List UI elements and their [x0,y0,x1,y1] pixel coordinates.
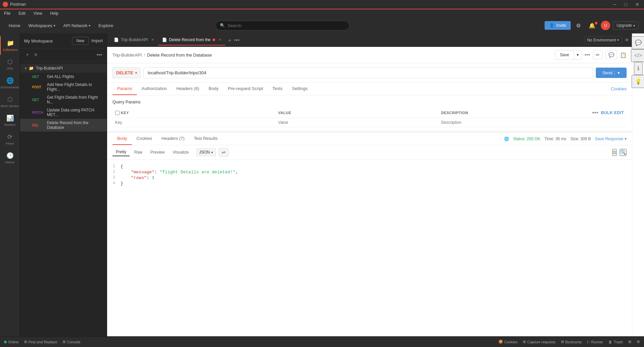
new-button[interactable]: New [72,37,89,45]
api-item-update-patch[interactable]: PATCH Update Data using PATCH MET... [20,106,107,119]
menu-view[interactable]: View [32,10,44,16]
search-code-btn[interactable]: 🔍 [620,149,627,156]
params-key-cell[interactable] [112,118,275,127]
format-type-selector[interactable]: JSON ▾ [196,148,216,156]
status-grid-view[interactable]: ⊞ [628,340,631,344]
add-tab-btn[interactable]: ＋ [227,36,233,44]
format-tab-raw[interactable]: Raw [131,149,146,156]
nav-workspaces[interactable]: Workspaces ▾ [25,21,59,30]
import-button[interactable]: Import [91,38,103,43]
settings-button[interactable]: ⚙ [573,21,583,30]
status-cookies[interactable]: 🍪 Cookies [498,340,518,344]
sidebar-item-collections[interactable]: 📁 Collections [0,36,20,55]
right-sidebar-toggle-btn[interactable]: 📋 [620,52,627,58]
collection-item-trip-builder[interactable]: ▼ 📁 Trip-BuilderAPI [20,64,107,73]
nav-home[interactable]: Home [5,21,24,30]
save-button[interactable]: Save [555,51,574,59]
menu-help[interactable]: Help [49,10,60,16]
search-input[interactable] [228,23,345,28]
params-key-input[interactable] [115,120,273,125]
sidebar-item-environments[interactable]: 🌐 Environments [0,74,20,92]
sidebar-item-mock-servers[interactable]: ⬡ Mock Servers [0,92,20,111]
api-item-add-new-flight[interactable]: POST Add New Flight Details to Flight... [20,81,107,93]
req-tab-params[interactable]: Params [112,83,137,95]
send-button[interactable]: Send ▾ [596,68,627,78]
environment-eye-btn[interactable]: 👁 [625,37,629,43]
status-console[interactable]: ⊞ Console [63,340,80,344]
status-trash[interactable]: 🗑 Trash [609,340,623,344]
params-value-cell[interactable] [275,118,438,127]
breadcrumb-more-btn[interactable]: ••• [584,52,590,58]
add-collection-btn[interactable]: ＋ [24,51,31,59]
status-runner[interactable]: ▷ Runner [587,340,603,344]
req-tab-settings[interactable]: Settings [287,83,312,95]
format-tab-preview[interactable]: Preview [147,149,168,156]
search-area: 🔍 [216,21,349,30]
tab-trip-builder-api[interactable]: 📄 Trip-BuilderAPI ✕ [110,35,158,46]
nav-explore[interactable]: Explore [95,21,116,30]
params-desc-input[interactable] [441,120,624,125]
api-item-delete-record[interactable]: DEL Delete Record from the Database [20,119,107,132]
response-tab-headers[interactable]: Headers (7) [157,133,189,145]
req-tab-tests[interactable]: Tests [268,83,287,95]
sidebar-item-apis[interactable]: ⬡ APIs [0,55,20,74]
params-more-btn[interactable]: ••• [592,110,598,116]
comment-sidebar-btn[interactable]: 💬 [632,36,644,49]
wrap-lines-btn[interactable]: ⇌ [219,148,229,157]
code-snippet-btn[interactable]: </> [631,49,644,62]
tab-close-btn[interactable]: ✕ [151,38,154,41]
search-box[interactable]: 🔍 [216,21,349,30]
menu-file[interactable]: File [3,10,12,16]
status-bootcamp[interactable]: ⊞ Bootcamp [561,340,582,344]
environment-selector[interactable]: No Environment ▾ [584,36,622,44]
comment-btn[interactable]: 💬 [606,51,617,59]
req-tab-authorization[interactable]: Authorization [137,83,172,95]
tab-delete-record[interactable]: 📄 Delete Record from the ✕ [158,35,225,46]
response-tab-cookies[interactable]: Cookies [132,133,157,145]
save-dropdown-btn[interactable]: ▾ [574,51,581,59]
params-value-input[interactable] [278,120,436,125]
user-avatar[interactable]: U [601,21,610,30]
sidebar-item-monitors[interactable]: 📊 Monitors [0,111,20,130]
lightbulb-btn[interactable]: 💡 [632,75,644,88]
response-tab-body[interactable]: Body [112,133,132,145]
info-btn[interactable]: ℹ [634,62,643,75]
status-capture-requests[interactable]: ⊞ Capture requests [523,340,555,344]
sort-btn[interactable]: ≡ [33,51,38,59]
req-tab-body[interactable]: Body [204,83,223,95]
tab-close-btn[interactable]: ✕ [219,38,221,41]
edit-btn[interactable]: ✏ [593,51,603,59]
save-response-btn[interactable]: Save Response ▾ [595,137,627,141]
params-select-all[interactable] [115,111,119,115]
more-options-btn[interactable]: ••• [96,51,103,59]
copy-response-btn[interactable]: ⧉ [612,149,617,156]
format-tab-visualize[interactable]: Visualize [169,149,192,156]
menu-edit[interactable]: Edit [17,10,27,16]
sidebar-item-history[interactable]: 🕑 History [0,149,20,167]
req-tab-headers[interactable]: Headers (6) [172,83,204,95]
status-online[interactable]: Online [4,340,19,344]
api-item-get-all-flights[interactable]: GET Get ALL Flights [20,73,107,81]
breadcrumb-parent[interactable]: Trip-BuilderAPI [112,53,142,58]
method-selector[interactable]: DELETE ▾ [112,67,141,78]
upgrade-button[interactable]: Upgrade ▾ [613,21,639,29]
invite-button[interactable]: 👤 Invite [545,21,571,30]
cookies-link[interactable]: Cookies [611,86,627,91]
params-table: KEY VALUE DESCRIPTION ••• Bulk Edit [112,108,627,127]
more-tabs-btn[interactable]: ••• [234,37,240,43]
req-tab-prerequest[interactable]: Pre-request Script [223,83,268,95]
format-tab-pretty[interactable]: Pretty [112,148,130,156]
params-desc-cell[interactable] [438,118,627,127]
api-item-get-flight-details[interactable]: GET Get Flight Details from Flight N... [20,93,107,106]
status-settings-small[interactable]: ⚙ [637,340,640,344]
method-badge-get: GET [32,98,44,102]
nav-api-network[interactable]: API Network ▾ [60,21,94,30]
maximize-btn[interactable]: □ [623,1,629,8]
sidebar-item-flows[interactable]: ⟳ Flows [0,130,20,149]
minimize-btn[interactable]: ─ [611,1,619,8]
close-btn[interactable]: ✕ [633,1,641,8]
url-input[interactable] [143,67,593,78]
status-find-replace[interactable]: ⊞ Find and Replace [24,340,57,344]
bulk-edit-btn[interactable]: Bulk Edit [601,110,624,115]
response-tab-test-results[interactable]: Test Results [189,133,222,145]
